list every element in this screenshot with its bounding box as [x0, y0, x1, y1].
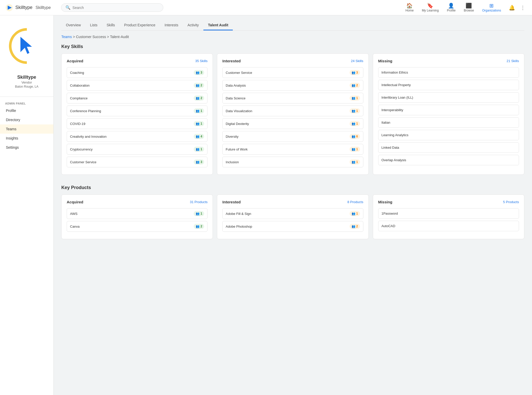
skill-badge: 👥 1 [194, 121, 204, 126]
skill-item[interactable]: Coaching 👥 3 [67, 67, 207, 78]
nav-browse[interactable]: ⬛ Browse [460, 1, 478, 14]
skill-item[interactable]: Customer Service 👥 3 [67, 157, 207, 167]
products-interested-header: Interested 8 Products [222, 200, 363, 204]
tab-skills[interactable]: Skills [102, 20, 120, 30]
sidebar-item-settings[interactable]: Settings [0, 143, 53, 152]
skill-name: Diversity [226, 135, 238, 138]
skill-item[interactable]: Learning Analytics [378, 130, 519, 140]
key-products-title: Key Products [61, 185, 524, 190]
missing-count: 21 Skills [507, 59, 519, 63]
avatar [4, 20, 50, 72]
skill-item[interactable]: Inclusion 👥 1 [222, 157, 363, 167]
skills-acquired-card: Acquired 35 Skills Coaching 👥 3 Collabor… [61, 53, 213, 175]
skill-item[interactable]: Data Science 👥 1 [222, 93, 363, 103]
product-item[interactable]: Adobe Fill & Sign 👥 1 [222, 208, 363, 219]
cursor-icon [17, 36, 37, 57]
skill-item[interactable]: Customer Service 👥 3 [222, 67, 363, 78]
skill-badge: 👥 3 [194, 70, 204, 75]
search-bar[interactable]: 🔍 [61, 3, 163, 12]
product-name: Canva [70, 225, 80, 228]
browse-icon: ⬛ [466, 3, 472, 8]
products-missing-title: Missing [378, 200, 392, 204]
nav-logo-text: Skilltype [15, 5, 32, 10]
tab-overview[interactable]: Overview [61, 20, 85, 30]
nav-links: 🏠 Home 🔖 My Learning 👤 Profile ⬛ Browse … [401, 1, 505, 14]
product-item[interactable]: AutoCAD [378, 221, 519, 231]
user-name: Skilltype [17, 75, 36, 80]
skill-name: Customer Service [226, 71, 252, 75]
interested-header: Interested 24 Skills [222, 59, 363, 63]
sidebar-item-profile[interactable]: Profile [0, 106, 53, 115]
tab-product-experience[interactable]: Product Experience [120, 20, 160, 30]
top-nav: Skilltype Skilltype 🔍 🏠 Home 🔖 My Learni… [0, 0, 532, 15]
products-acquired-card: Acquired 31 Products AWS 👥 1 Canva 👥 2 [61, 194, 213, 239]
skill-name: Future of Work [226, 147, 248, 151]
skill-item[interactable]: Future of Work 👥 1 [222, 144, 363, 155]
skill-badge: 👥 1 [350, 147, 360, 152]
product-item[interactable]: Canva 👥 2 [67, 221, 207, 232]
more-menu-button[interactable]: ⋮ [519, 3, 527, 12]
tab-interests[interactable]: Interests [160, 20, 183, 30]
nav-logo[interactable]: Skilltype Skilltype [5, 4, 51, 12]
skill-badge: 👥 1 [350, 159, 360, 165]
nav-profile[interactable]: 👤 Profile [443, 1, 460, 14]
skill-item[interactable]: Intellectual Property [378, 80, 519, 90]
skill-item[interactable]: Creativity and Innovation 👥 4 [67, 131, 207, 142]
search-icon: 🔍 [65, 5, 71, 10]
nav-my-learning-label: My Learning [422, 9, 439, 12]
breadcrumb-teams-link[interactable]: Teams [61, 35, 72, 39]
nav-organizations[interactable]: ⊞ Organizations [478, 1, 505, 14]
sidebar-menu: Profile Directory Teams Insights Setting… [0, 106, 53, 152]
skill-name: Data Visualization [226, 109, 252, 113]
skill-name: Coaching [70, 71, 84, 75]
interested-count: 24 Skills [351, 59, 363, 63]
product-item[interactable]: AWS 👥 1 [67, 208, 207, 219]
product-item[interactable]: Adobe Photoshop 👥 2 [222, 221, 363, 232]
skilltype-logo-icon [5, 4, 13, 12]
skill-item[interactable]: Cryptocurrency 👥 1 [67, 144, 207, 155]
my-learning-icon: 🔖 [427, 3, 433, 8]
product-badge: 👥 1 [350, 211, 360, 216]
skill-item[interactable]: Interoperability [378, 105, 519, 115]
search-input[interactable] [73, 6, 159, 10]
skill-item[interactable]: Linked Data [378, 142, 519, 153]
skill-item[interactable]: Data Analysis 👥 2 [222, 80, 363, 91]
nav-my-learning[interactable]: 🔖 My Learning [418, 1, 443, 14]
sidebar-item-teams[interactable]: Teams [0, 124, 53, 134]
products-missing-card: Missing 5 Products 1Password AutoCAD [373, 194, 524, 239]
cursor-svg [17, 36, 37, 56]
skill-name: Compliance [70, 96, 88, 100]
skill-item[interactable]: Conference Planning 👥 1 [67, 106, 207, 116]
notifications-button[interactable]: 🔔 [507, 3, 517, 12]
tab-talent-audit[interactable]: Talent Audit [203, 20, 233, 30]
user-location: Baton Rouge, LA [15, 85, 38, 88]
skill-badge: 👥 2 [194, 96, 204, 101]
breadcrumb: Teams > Customer Success > Talent-Audit [61, 35, 524, 39]
nav-home-label: Home [406, 9, 414, 12]
tab-lists[interactable]: Lists [85, 20, 102, 30]
sidebar-item-directory[interactable]: Directory [0, 115, 53, 124]
skill-item[interactable]: Data Visualization 👥 1 [222, 106, 363, 116]
products-acquired-title: Acquired [67, 200, 83, 204]
missing-title: Missing [378, 59, 392, 63]
nav-organizations-label: Organizations [482, 9, 501, 12]
tab-activity[interactable]: Activity [183, 20, 203, 30]
skill-item[interactable]: Overlap Analysis [378, 155, 519, 165]
skill-item[interactable]: Information Ethics [378, 67, 519, 78]
sidebar-item-insights[interactable]: Insights [0, 134, 53, 143]
product-item[interactable]: 1Password [378, 208, 519, 219]
skill-item[interactable]: Interlibrary Loan (ILL) [378, 92, 519, 103]
skill-name: Data Analysis [226, 84, 246, 87]
skill-item[interactable]: COVID-19 👥 1 [67, 118, 207, 129]
nav-home[interactable]: 🏠 Home [401, 1, 418, 14]
skill-item[interactable]: Compliance 👥 2 [67, 93, 207, 103]
admin-panel-label: ADMIN PANEL [0, 100, 53, 106]
skill-badge: 👥 6 [350, 134, 360, 139]
skill-item[interactable]: Italian [378, 117, 519, 128]
product-name: AWS [70, 212, 77, 216]
skill-item[interactable]: Digital Dexterity 👥 1 [222, 118, 363, 129]
svg-marker-2 [20, 37, 32, 54]
skill-item[interactable]: Diversity 👥 6 [222, 131, 363, 142]
products-missing-header: Missing 5 Products [378, 200, 519, 204]
skill-item[interactable]: Collaboration 👥 2 [67, 80, 207, 91]
